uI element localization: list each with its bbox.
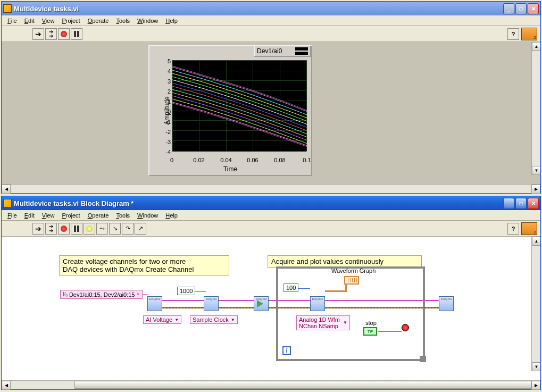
menubar: File Edit View Project Operate Tools Win…: [2, 15, 540, 26]
comment-acquire-plot[interactable]: Acquire and plot values continuously: [268, 255, 422, 268]
front-panel-content[interactable]: ▲ ▼ Dev1/ai0 Amplitude Time: [2, 42, 540, 184]
plot-legend[interactable]: Dev1/ai0: [254, 45, 311, 57]
dropdown-icon[interactable]: ▼: [174, 318, 179, 322]
dropdown-icon[interactable]: ▼: [136, 292, 140, 297]
waveform-graph[interactable]: Dev1/ai0 Amplitude Time: [148, 45, 312, 176]
horizontal-scrollbar[interactable]: ◀ ▶: [2, 380, 540, 389]
menu-file[interactable]: File: [4, 16, 21, 25]
abort-button[interactable]: [58, 223, 70, 235]
run-continuously-button[interactable]: ➔➔: [45, 28, 57, 40]
loop-resize-handle-icon[interactable]: [420, 356, 426, 362]
retain-wire-values-button[interactable]: ⤳: [96, 223, 108, 235]
minimize-button[interactable]: _: [503, 198, 514, 209]
rate-constant[interactable]: 1000: [177, 287, 195, 295]
help-button[interactable]: ?: [507, 28, 519, 40]
scroll-right-button[interactable]: ▶: [531, 381, 540, 390]
dropdown-icon[interactable]: ▼: [231, 318, 235, 322]
timing-selector[interactable]: Sample Clock▼: [190, 315, 238, 324]
menu-window[interactable]: Window: [134, 16, 162, 25]
numeric-wire: [194, 291, 206, 292]
conditional-terminal[interactable]: [402, 324, 409, 331]
horizontal-scrollbar[interactable]: ◀ ▶: [2, 184, 540, 193]
step-over-button[interactable]: ↷: [122, 223, 134, 235]
legend-glyph-icon: [295, 47, 308, 55]
titlebar[interactable]: Multidevice tasks.vi Block Diagram * _ □…: [2, 196, 540, 210]
daqmx-timing-node[interactable]: [204, 296, 219, 311]
daqmx-read-node[interactable]: [310, 296, 325, 311]
menu-project[interactable]: Project: [58, 211, 84, 220]
step-into-button[interactable]: ↘: [109, 223, 121, 235]
vertical-scrollbar[interactable]: ▲ ▼: [531, 237, 540, 371]
menu-edit[interactable]: Edit: [21, 16, 38, 25]
menu-view[interactable]: View: [38, 211, 59, 220]
y-tick: 3: [163, 78, 171, 85]
connector-pane-icon[interactable]: [521, 28, 537, 40]
waveform-wire: [345, 283, 347, 292]
y-tick: 0: [163, 109, 171, 115]
maximize-button[interactable]: □: [515, 3, 527, 14]
vi-icon: [3, 199, 12, 207]
scroll-track[interactable]: [532, 51, 540, 166]
scroll-left-button[interactable]: ◀: [2, 185, 11, 194]
y-tick: -1: [163, 119, 171, 125]
minimize-button[interactable]: _: [503, 3, 514, 14]
x-tick: 0.08: [272, 157, 288, 163]
comment-create-channels[interactable]: Create voltage channels for two or more …: [59, 255, 229, 276]
vertical-scrollbar[interactable]: ▲ ▼: [531, 42, 540, 175]
run-button[interactable]: ➔: [32, 28, 44, 40]
menu-operate[interactable]: Operate: [84, 211, 113, 220]
scroll-down-button[interactable]: ▼: [532, 166, 540, 175]
menu-operate[interactable]: Operate: [84, 16, 113, 25]
scroll-right-button[interactable]: ▶: [531, 185, 540, 194]
scroll-thumb[interactable]: [74, 381, 531, 389]
menu-tools[interactable]: Tools: [112, 16, 134, 25]
scroll-left-button[interactable]: ◀: [2, 381, 11, 390]
stop-terminal[interactable]: TF: [363, 327, 377, 336]
menu-help[interactable]: Help: [162, 16, 181, 25]
read-selector[interactable]: Analog 1D Wfm NChan NSamp ▼: [296, 315, 350, 330]
physical-channels-constant[interactable]: I⁄₀ Dev1/ai0:15, Dev2/ai0:15 ▼: [60, 290, 143, 299]
boolean-wire: [378, 331, 402, 332]
menu-window[interactable]: Window: [134, 211, 162, 220]
plot-area[interactable]: [172, 60, 307, 152]
step-out-button[interactable]: ↗: [135, 223, 146, 235]
close-button[interactable]: ✕: [528, 198, 539, 209]
menu-tools[interactable]: Tools: [112, 211, 134, 220]
scroll-up-button[interactable]: ▲: [532, 237, 540, 246]
help-button[interactable]: ?: [507, 223, 519, 235]
pause-button[interactable]: [71, 223, 82, 235]
connector-pane-icon[interactable]: [521, 222, 537, 235]
scroll-track[interactable]: [11, 185, 531, 193]
window-title: Multidevice tasks.vi Block Diagram *: [14, 199, 503, 207]
y-tick: 2: [163, 88, 171, 95]
run-button[interactable]: ➔: [32, 223, 44, 235]
menu-project[interactable]: Project: [58, 16, 84, 25]
close-button[interactable]: ✕: [528, 3, 539, 14]
menu-file[interactable]: File: [4, 211, 21, 220]
scroll-up-button[interactable]: ▲: [532, 42, 540, 51]
pause-button[interactable]: [71, 28, 82, 40]
menubar: File Edit View Project Operate Tools Win…: [2, 210, 540, 221]
run-continuously-button[interactable]: ➔➔: [45, 223, 57, 235]
menu-view[interactable]: View: [38, 16, 59, 25]
scroll-track[interactable]: [532, 246, 540, 362]
maximize-button[interactable]: □: [515, 198, 527, 209]
daqmx-clear-task-node[interactable]: [439, 296, 454, 311]
menu-help[interactable]: Help: [162, 211, 181, 220]
dropdown-icon[interactable]: ▼: [343, 320, 347, 326]
scroll-track[interactable]: [11, 381, 531, 389]
x-tick: 0.1: [299, 157, 315, 163]
block-diagram-content[interactable]: ▲ ▼ Create voltage channels for two or m…: [2, 237, 540, 380]
samples-constant[interactable]: 100: [283, 283, 298, 292]
menu-edit[interactable]: Edit: [21, 211, 38, 220]
scroll-down-button[interactable]: ▼: [532, 362, 540, 371]
waveform-graph-terminal[interactable]: [344, 276, 359, 285]
waveform-traces: [172, 61, 307, 152]
titlebar[interactable]: Multidevice tasks.vi _ □ ✕: [2, 2, 540, 15]
highlight-execution-button[interactable]: [84, 223, 95, 235]
y-tick: -3: [163, 139, 171, 145]
abort-button[interactable]: [58, 28, 70, 40]
daqmx-create-channel-node[interactable]: [147, 296, 162, 311]
create-channel-selector[interactable]: AI Voltage▼: [143, 315, 181, 324]
iteration-terminal[interactable]: i: [282, 346, 291, 355]
